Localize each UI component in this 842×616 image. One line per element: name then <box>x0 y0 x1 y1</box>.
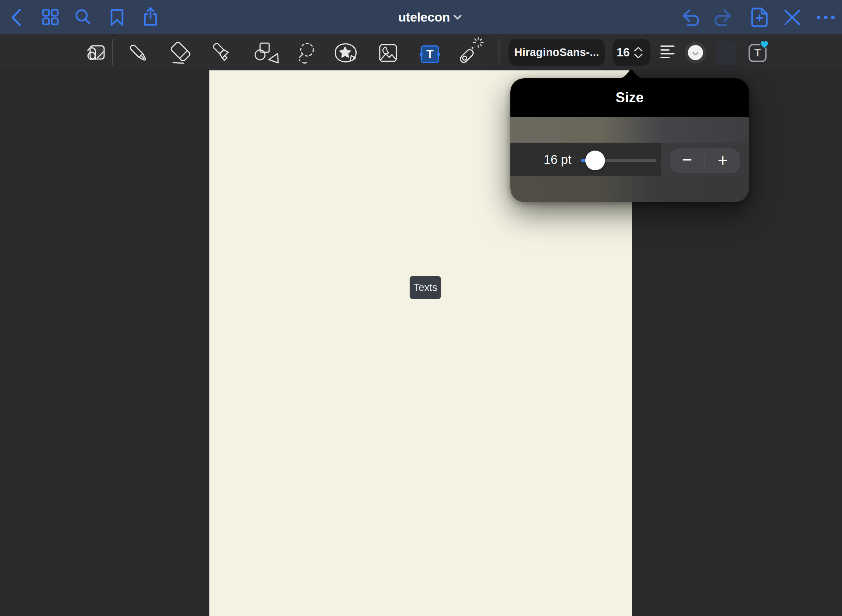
popover-band-top <box>510 117 749 143</box>
pen-tool-button[interactable] <box>126 38 151 67</box>
size-stepper: − + <box>670 148 740 173</box>
plus-icon: + <box>718 151 728 169</box>
toolbar-separator-1 <box>112 39 113 65</box>
more-button[interactable] <box>814 5 837 30</box>
wand-tool-button[interactable] <box>456 38 482 67</box>
font-button[interactable]: HiraginoSans-... <box>508 39 605 66</box>
align-button[interactable] <box>656 38 678 67</box>
size-slider-knob[interactable] <box>585 151 605 170</box>
sticker-tool-button[interactable] <box>333 38 359 67</box>
size-value-text: 16 pt <box>544 152 571 167</box>
font-size-button[interactable]: 16 <box>613 39 650 66</box>
font-button-label: HiraginoSans-... <box>515 46 599 59</box>
size-decrease-button[interactable]: − <box>670 148 705 173</box>
document-title: utelecon <box>398 10 450 25</box>
document-title-button[interactable]: utelecon <box>386 0 462 34</box>
close-button[interactable] <box>780 5 804 30</box>
bookmark-button[interactable] <box>106 5 129 30</box>
size-stepper-chevrons-icon <box>633 46 643 59</box>
redo-button[interactable] <box>714 5 738 30</box>
shapes-tool-button[interactable] <box>253 38 279 67</box>
text-tool-letter: T <box>426 48 433 61</box>
search-button[interactable] <box>72 5 95 30</box>
popover-band-bottom <box>510 176 749 202</box>
share-button[interactable] <box>139 5 163 30</box>
popover-arrow <box>616 68 646 79</box>
highlighter-tool-button[interactable] <box>209 38 235 67</box>
popover-header: Size <box>510 78 749 117</box>
size-popover: Size 16 pt − + <box>510 78 749 202</box>
grid-view-button[interactable] <box>39 5 62 30</box>
back-button[interactable] <box>8 5 25 30</box>
color-slot <box>716 41 736 65</box>
image-tool-button[interactable] <box>375 38 401 67</box>
lasso-tool-button[interactable] <box>293 38 319 67</box>
toolbar-separator-2 <box>499 39 499 65</box>
color-picker-button[interactable] <box>683 38 708 67</box>
popover-title: Size <box>616 90 644 106</box>
size-value-label: 16 pt <box>544 143 571 176</box>
app: utelecon <box>0 0 842 616</box>
text-favorite-letter: T <box>754 47 761 59</box>
edit-toolbar: T T HiraginoSans-... 16 <box>0 34 842 70</box>
size-increase-button[interactable]: + <box>705 148 740 173</box>
undo-button[interactable] <box>681 5 704 30</box>
text-favorite-glyph: T <box>749 45 766 61</box>
font-size-value: 16 <box>617 46 630 59</box>
page-mode-button[interactable] <box>84 38 110 67</box>
add-page-button[interactable] <box>748 5 771 30</box>
text-tool-glyph: T <box>421 46 439 63</box>
eraser-tool-button[interactable] <box>168 38 193 67</box>
text-object-label: Texts <box>413 282 437 294</box>
text-object[interactable]: Texts <box>410 276 441 299</box>
minus-icon: − <box>682 151 692 168</box>
nav-bar: utelecon <box>0 0 842 34</box>
